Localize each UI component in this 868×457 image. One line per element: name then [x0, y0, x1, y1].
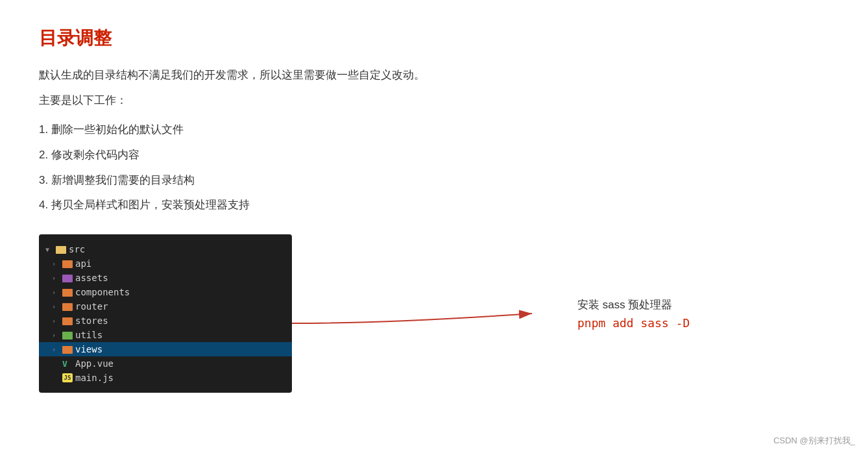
folder-icon-components	[62, 289, 73, 297]
folder-icon-assets	[62, 275, 73, 282]
chevron-assets: ›	[52, 275, 60, 282]
tree-label-utils: utils	[75, 330, 102, 340]
folder-icon-stores	[62, 317, 73, 325]
chevron-views: ›	[52, 346, 60, 353]
chevron-src: ▼	[45, 246, 53, 253]
folder-icon-router	[62, 303, 73, 311]
tree-label-src: src	[69, 244, 85, 254]
tree-label-stores: stores	[75, 315, 108, 326]
intro-line2: 主要是以下工作：	[39, 92, 829, 110]
diagram-area: ▼ src › api › assets › components › rout…	[39, 234, 829, 393]
watermark: CSDN @别来打扰我_	[773, 435, 855, 447]
tree-item-src: ▼ src	[39, 242, 292, 256]
tree-label-router: router	[75, 301, 108, 312]
chevron-utils: ›	[52, 332, 60, 339]
annotation-block: 安装 sass 预处理器 pnpm add sass -D	[577, 297, 690, 330]
tree-label-assets: assets	[75, 273, 108, 283]
arrow-svg	[292, 288, 538, 340]
list-item-2: 2. 修改剩余代码内容	[39, 146, 829, 165]
annotation-text: 安装 sass 预处理器	[577, 297, 690, 312]
task-list: 1. 删除一些初始化的默认文件 2. 修改剩余代码内容 3. 新增调整我们需要的…	[39, 121, 829, 216]
tree-item-appvue: V App.vue	[39, 356, 292, 371]
tree-item-assets: › assets	[39, 271, 292, 285]
tree-item-views[interactable]: › views	[39, 342, 292, 356]
tree-item-api: › api	[39, 256, 292, 271]
list-item-1: 1. 删除一些初始化的默认文件	[39, 121, 829, 140]
folder-icon-utils	[62, 332, 73, 340]
chevron-stores: ›	[52, 317, 60, 325]
tree-item-components: › components	[39, 285, 292, 299]
folder-icon-src	[56, 246, 66, 254]
tree-item-utils: › utils	[39, 328, 292, 342]
js-icon-mainjs: JS	[62, 373, 73, 382]
intro-line1: 默认生成的目录结构不满足我们的开发需求，所以这里需要做一些自定义改动。	[39, 66, 829, 85]
tree-item-stores: › stores	[39, 314, 292, 328]
chevron-appvue	[52, 360, 60, 367]
chevron-router: ›	[52, 303, 60, 310]
tree-label-mainjs: main.js	[75, 373, 114, 383]
tree-item-router: › router	[39, 299, 292, 314]
folder-icon-api	[62, 260, 73, 268]
list-item-4: 4. 拷贝全局样式和图片，安装预处理器支持	[39, 196, 829, 215]
tree-label-api: api	[75, 258, 91, 269]
arrow-area	[292, 288, 538, 340]
vue-icon-appvue: V	[62, 359, 73, 368]
page-title: 目录调整	[39, 26, 829, 51]
tree-label-appvue: App.vue	[75, 358, 114, 369]
list-item-3: 3. 新增调整我们需要的目录结构	[39, 171, 829, 190]
chevron-api: ›	[52, 260, 60, 267]
chevron-components: ›	[52, 289, 60, 296]
annotation-code: pnpm add sass -D	[577, 316, 690, 330]
folder-icon-views	[62, 346, 73, 354]
tree-item-mainjs: JS main.js	[39, 371, 292, 385]
chevron-mainjs	[52, 375, 60, 382]
file-tree: ▼ src › api › assets › components › rout…	[39, 234, 292, 393]
tree-label-views: views	[75, 344, 102, 354]
tree-label-components: components	[75, 287, 130, 297]
